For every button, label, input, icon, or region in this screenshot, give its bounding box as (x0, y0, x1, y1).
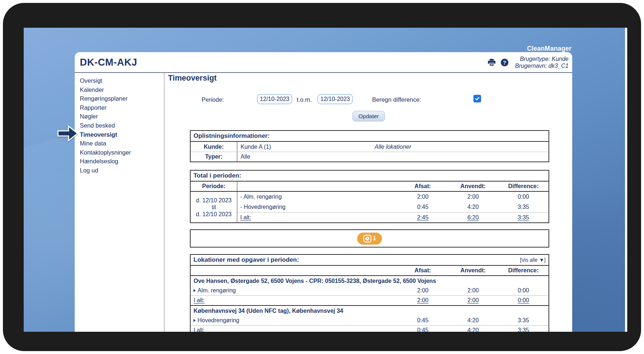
afsat-value: 2:00 (398, 192, 448, 202)
difference-value: 3:35 (498, 202, 549, 212)
user-name: Brugernavn: dk3_C1 (515, 62, 569, 69)
anvendt-total: 2:00 (467, 297, 479, 304)
main-content: Timeoversigt Periode: t.o.m. Beregn diff… (164, 73, 572, 332)
sidebar-item-haendelseslog[interactable]: Hændelseslog (75, 157, 164, 166)
task-name: Alm. rengøring (198, 287, 236, 294)
date-to-input[interactable] (317, 94, 353, 104)
sidebar-item-rengoringsplaner[interactable]: Rengøringsplaner (75, 94, 164, 103)
section-title: Timeoversigt (168, 74, 216, 83)
kunde-label: Kunde: (191, 142, 237, 152)
anvendt-column-header: Anvendt: (448, 182, 498, 191)
browser-screen: CleanManager DK-CM-AKJ (24, 28, 627, 332)
afsat-column-header: Afsat: (398, 182, 448, 191)
difference-total: 0:00 (518, 297, 529, 304)
anvendt-value: 4:20 (448, 316, 498, 325)
sidebar-item-mine-data[interactable]: Mine data (75, 139, 164, 148)
sidebar-item-send-besked[interactable]: Send besked (75, 121, 164, 130)
anvendt-column-header: Anvendt: (448, 266, 498, 275)
checkmark-icon (475, 96, 480, 101)
task-name: - Hovedrengøring (237, 202, 398, 212)
info-table: Oplistningsinformationer: Kunde: Kunde A… (190, 130, 549, 162)
date-from-input[interactable] (257, 94, 292, 104)
ialt-label: I alt: (194, 297, 204, 304)
sidebar-nav: Oversigt Kalender Rengøringsplaner Rappo… (75, 73, 164, 332)
sidebar-item-nogler[interactable]: Nøgler (75, 112, 164, 121)
content-panel: DK-CM-AKJ ? (75, 52, 572, 332)
photo-count: 1 (373, 235, 376, 242)
user-info: Brugertype: Kunde Brugernavn: dk3_C1 (515, 55, 569, 69)
task-row: Alm. rengøring 2:00 2:00 0:00 (191, 286, 549, 295)
period-to: d. 12/10 2023 (196, 211, 232, 218)
period-til: til (212, 204, 216, 211)
ialt-label: I alt: (194, 327, 204, 332)
table-row: Kunde: Kunde A (1) Alle lokationer (191, 142, 549, 152)
difference-label: Beregn difference: (372, 96, 421, 103)
page-edge-strip (625, 28, 627, 332)
sidebar-item-timeoversigt[interactable]: Timeoversigt (75, 130, 164, 139)
device-frame: CleanManager DK-CM-AKJ (3, 3, 641, 351)
photo-count-badge[interactable]: 1 (357, 233, 382, 245)
sidebar-item-kontaktoplysninger[interactable]: Kontaktoplysninger (75, 148, 164, 157)
period-from: d. 12/10 2023 (196, 197, 232, 204)
difference-value: 0:00 (498, 192, 549, 202)
vis-alle-dropdown[interactable]: [Vis alle ▼] (520, 256, 546, 264)
period-range: d. 12/10 2023 til d. 12/10 2023 (191, 192, 237, 222)
sidebar-item-oversigt[interactable]: Oversigt (75, 76, 164, 85)
afsat-total: 2:00 (417, 297, 428, 304)
afsat-value: 0:45 (398, 316, 448, 325)
difference-checkbox[interactable] (473, 95, 481, 102)
ialt-label: I alt: (240, 214, 251, 221)
location-group: Københavnsvej 34 (Uden NFC tag), Københa… (191, 306, 549, 332)
task-name: - Alm. rengøring (237, 192, 398, 202)
tom-label: t.o.m. (297, 96, 312, 103)
typer-value: Alle (241, 153, 250, 160)
sidebar-item-kalender[interactable]: Kalender (75, 85, 164, 94)
location-heading: Ove Hansen, Østergade 52, 6500 Vojens - … (191, 276, 549, 286)
anvendt-value: 2:00 (448, 192, 498, 202)
total-row: I alt: 0:45 4:20 3:35 (191, 325, 549, 332)
opdater-button[interactable]: Opdater (352, 111, 385, 121)
cleanmanager-logo: CleanManager (527, 45, 571, 52)
difference-total: 3:35 (518, 327, 529, 332)
sidebar-item-rapporter[interactable]: Rapporter (75, 103, 164, 112)
locations-table: Lokationer med opgaver i perioden: [Vis … (190, 254, 549, 332)
difference-total: 3:35 (518, 214, 529, 221)
column-header-row: Afsat: Anvendt: Difference: (191, 266, 549, 276)
column-header-row: Periode: Afsat: Anvendt: Difference: (191, 182, 549, 192)
sidebar-item-log-ud[interactable]: Log ud (75, 166, 164, 175)
active-item-arrow-icon (57, 125, 78, 142)
clock-camera-icon (363, 234, 372, 243)
afsat-total: 0:45 (417, 327, 428, 332)
expand-triangle-icon[interactable] (194, 289, 196, 292)
print-icon[interactable] (487, 58, 496, 67)
difference-column-header: Difference: (498, 266, 549, 275)
total-row: I alt: 2:00 2:00 0:00 (191, 295, 549, 305)
info-table-title: Oplistningsinformationer: (194, 132, 270, 140)
difference-column-header: Difference: (498, 182, 549, 191)
help-icon[interactable]: ? (500, 58, 509, 67)
lokationer-note: Alle lokationer (237, 144, 549, 150)
afsat-value: 0:45 (398, 202, 448, 212)
difference-value: 0:00 (498, 286, 549, 295)
location-group: Ove Hansen, Østergade 52, 6500 Vojens - … (191, 276, 549, 306)
typer-label: Typer: (191, 152, 237, 162)
user-type: Brugertype: Kunde (515, 55, 569, 62)
total-table-title: Total i perioden: (194, 172, 241, 180)
total-row: I alt: 2:45 6:20 3:35 (237, 212, 549, 222)
location-heading: Københavnsvej 34 (Uden NFC tag), Københa… (191, 306, 549, 316)
periode-label: Periode: (202, 96, 224, 103)
expand-triangle-icon[interactable] (194, 319, 196, 322)
task-row: Hovedrengøring 0:45 4:20 3:35 (191, 316, 549, 325)
locations-table-title: Lokationer med opgaver i perioden: (194, 256, 299, 264)
afsat-value: 2:00 (398, 286, 448, 295)
table-row: Typer: Alle (191, 152, 549, 162)
total-table: Total i perioden: Periode: Afsat: Anvend… (190, 170, 549, 223)
table-row: - Alm. rengøring 2:00 2:00 0:00 (237, 192, 549, 202)
table-row: - Hovedrengøring 0:45 4:20 3:35 (237, 202, 549, 212)
anvendt-value: 4:20 (448, 202, 498, 212)
anvendt-value: 2:00 (448, 286, 498, 295)
task-name: Hovedrengøring (198, 317, 239, 324)
afsat-total: 2:45 (417, 214, 428, 221)
media-bar: 1 (190, 229, 549, 248)
panel-header: DK-CM-AKJ ? (75, 52, 572, 73)
